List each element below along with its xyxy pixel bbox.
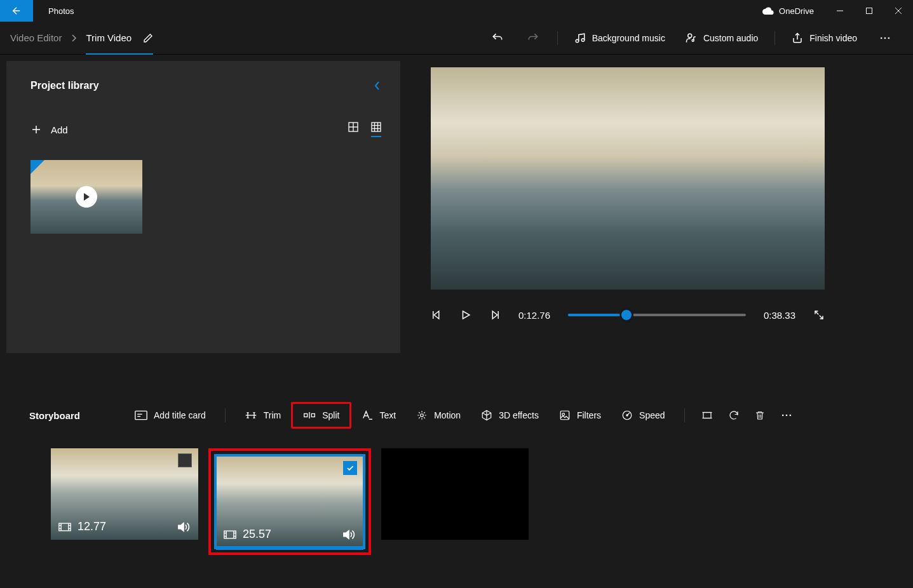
clip-footer: 12.77 (58, 520, 191, 533)
clip-checkbox[interactable] (343, 461, 357, 475)
divider (684, 408, 685, 422)
view-small-button[interactable] (371, 122, 381, 137)
clip-checkbox[interactable] (178, 453, 192, 467)
library-clip-thumbnail[interactable] (30, 160, 142, 234)
svg-point-34 (421, 414, 424, 417)
redo-button[interactable] (515, 22, 551, 55)
clip-footer: 25.57 (224, 528, 356, 541)
scrub-thumb[interactable] (619, 308, 633, 322)
breadcrumb-root[interactable]: Video Editor (10, 32, 62, 43)
motion-button[interactable]: Motion (406, 402, 471, 429)
rotate-button[interactable] (720, 402, 747, 429)
check-icon (346, 464, 355, 472)
text-button[interactable]: Text (351, 402, 406, 429)
person-music-icon (686, 32, 697, 44)
text-label: Text (379, 410, 396, 420)
motion-label: Motion (434, 410, 461, 420)
export-icon (792, 32, 803, 44)
frame-forward-button[interactable] (489, 309, 501, 321)
split-button[interactable]: Split (291, 402, 351, 429)
custom-audio-button[interactable]: Custom audio (675, 22, 768, 55)
view-toggle (348, 122, 381, 137)
finish-video-button[interactable]: Finish video (781, 22, 867, 55)
volume-icon[interactable] (342, 529, 356, 540)
play-button[interactable] (460, 309, 471, 321)
undo-button[interactable] (480, 22, 515, 55)
filters-label: Filters (577, 410, 601, 420)
svg-point-46 (789, 415, 791, 417)
svg-point-44 (781, 415, 783, 417)
minimize-button[interactable] (825, 0, 855, 22)
add-media-button[interactable]: Add (30, 124, 68, 135)
used-indicator-icon (30, 160, 44, 174)
more-icon (780, 409, 793, 422)
breadcrumb-active-wrap: Trim Video (86, 22, 153, 55)
storyboard-clip[interactable]: 12.77 (51, 448, 198, 540)
clip-progress-bar (216, 546, 363, 550)
storyboard-toolbar: Storyboard Add title card Trim Split Tex… (0, 395, 913, 436)
view-large-button[interactable] (348, 122, 358, 137)
step-forward-icon (489, 309, 501, 321)
more-button[interactable] (867, 22, 903, 55)
maximize-button[interactable] (855, 0, 884, 22)
crop-icon (701, 410, 713, 421)
cube-icon (481, 410, 492, 421)
svg-point-6 (688, 34, 692, 37)
delete-button[interactable] (747, 402, 773, 429)
background-music-button[interactable]: Background music (564, 22, 675, 55)
close-icon (895, 7, 902, 15)
filters-button[interactable]: Filters (549, 402, 611, 429)
cloud-icon (762, 7, 774, 15)
svg-point-5 (581, 38, 585, 41)
titlebar-spacer (89, 0, 751, 22)
rename-button[interactable] (143, 33, 153, 43)
back-button[interactable] (0, 0, 33, 22)
maximize-icon (865, 7, 873, 15)
fullscreen-button[interactable] (813, 309, 825, 321)
svg-rect-1 (867, 8, 872, 14)
speed-button[interactable]: Speed (611, 402, 675, 429)
minimize-icon (836, 7, 844, 15)
chevron-right-icon (71, 34, 77, 43)
custom-audio-label: Custom audio (703, 33, 758, 43)
onedrive-label: OneDrive (779, 6, 814, 16)
svg-rect-31 (312, 414, 315, 417)
play-icon (83, 192, 90, 201)
divider (774, 31, 775, 45)
volume-icon[interactable] (177, 521, 191, 533)
left-panel: Project library Add (0, 55, 400, 395)
add-label: Add (51, 124, 68, 135)
add-title-card-button[interactable]: Add title card (125, 402, 216, 429)
total-time: 0:38.33 (764, 310, 795, 321)
preview-panel: 0:12.76 0:38.33 (400, 55, 913, 395)
split-label: Split (322, 410, 339, 420)
playback-controls: 0:12.76 0:38.33 (431, 309, 825, 321)
trim-button[interactable]: Trim (234, 402, 291, 429)
close-button[interactable] (884, 0, 913, 22)
motion-icon (416, 410, 428, 421)
collapse-library-button[interactable] (374, 81, 381, 91)
music-icon (574, 32, 586, 44)
pencil-icon (143, 33, 153, 43)
frame-back-button[interactable] (431, 309, 442, 321)
storyboard-empty-slot[interactable] (381, 448, 529, 540)
video-preview[interactable] (431, 67, 825, 290)
crop-button[interactable] (694, 402, 720, 429)
app-title: Photos (33, 0, 89, 22)
trim-label: Trim (264, 410, 281, 420)
scrubber[interactable] (568, 309, 746, 321)
svg-point-45 (785, 415, 787, 417)
svg-rect-39 (703, 413, 711, 418)
text-icon (362, 410, 373, 420)
svg-point-7 (692, 39, 694, 41)
svg-point-36 (562, 413, 565, 416)
more-icon (879, 32, 891, 44)
title-card-icon (135, 410, 147, 420)
storyboard-clip[interactable]: 25.57 (216, 456, 363, 547)
redo-icon (527, 32, 539, 44)
clip-duration: 12.77 (78, 520, 106, 533)
storyboard-more-button[interactable] (773, 402, 801, 429)
speed-label: Speed (639, 410, 665, 420)
3d-effects-button[interactable]: 3D effects (471, 402, 549, 429)
onedrive-status[interactable]: OneDrive (751, 0, 825, 22)
